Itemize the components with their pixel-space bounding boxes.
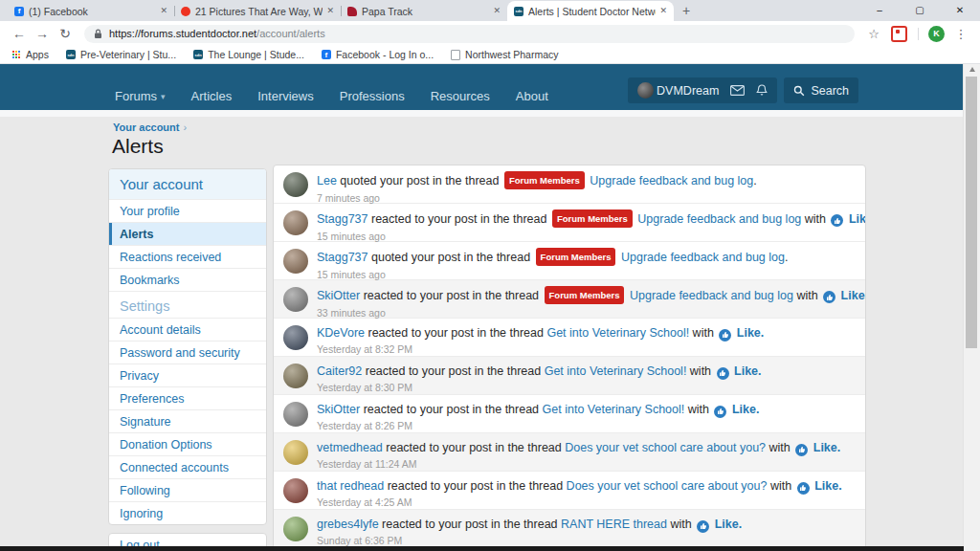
papa-favicon	[347, 7, 357, 16]
close-window-button[interactable]: ✕	[940, 0, 980, 21]
alert-username-link[interactable]: SkiOtter	[317, 289, 360, 302]
alert-username-link[interactable]: Stagg737	[317, 251, 368, 264]
alert-thread-link[interactable]: Get into Veterinary School!	[546, 326, 689, 340]
inbox-icon[interactable]	[730, 85, 745, 96]
alert-username-link[interactable]: Stagg737	[317, 212, 368, 226]
like-label: Like.	[813, 441, 841, 454]
alert-thread-link[interactable]: Does your vet school care about you?	[567, 479, 768, 493]
browser-tab[interactable]: (1) Facebook✕	[8, 1, 174, 21]
sidebar-item-signature[interactable]: Signature	[109, 409, 266, 432]
page-scrollbar[interactable]	[963, 63, 980, 551]
sidebar-item-bookmarks[interactable]: Bookmarks	[109, 268, 266, 291]
bookmark-item[interactable]: Apps	[11, 49, 49, 60]
facebook-icon	[322, 50, 331, 59]
browser-tab[interactable]: 21 Pictures That Are Way, Wayyy✕	[174, 1, 341, 21]
account-menu[interactable]: DVMDream	[637, 82, 719, 99]
alert-row: SkiOtter reacted to your post in the thr…	[274, 280, 865, 319]
reload-button[interactable]: ↻	[54, 26, 77, 41]
address-bar[interactable]: https://forums.studentdoctor.net/account…	[84, 25, 855, 43]
nav-link-forums[interactable]: Forums▾	[115, 89, 166, 103]
browser-profile-avatar[interactable]: K	[928, 26, 945, 42]
nav-link-resources[interactable]: Resources	[431, 89, 490, 103]
bookmark-item[interactable]: The Lounge | Stude...	[193, 49, 304, 60]
alert-username-link[interactable]: vetmedhead	[317, 441, 383, 454]
alert-username-link[interactable]: grebes4lyfe	[317, 518, 379, 531]
alert-thread-link[interactable]: Upgrade feedback and bug log	[630, 289, 793, 302]
like-label: Like.	[715, 518, 743, 531]
bookmark-item[interactable]: Northwest Pharmacy	[451, 49, 558, 60]
alert-thread-link[interactable]: Get into Veterinary School!	[545, 364, 687, 378]
nav-link-interviews[interactable]: Interviews	[257, 89, 314, 103]
alert-username-link[interactable]: Caiter92	[317, 364, 362, 378]
browser-tab[interactable]: Papa Track✕	[341, 1, 507, 21]
browser-menu-icon[interactable]: ⋮	[949, 27, 972, 41]
alert-body: Stagg737 reacted to your post in the thr…	[317, 210, 866, 236]
alert-timestamp: Yesterday at 8:26 PM	[317, 420, 759, 431]
search-label: Search	[811, 84, 849, 98]
back-button[interactable]: ←	[8, 26, 31, 41]
new-tab-button[interactable]: +	[674, 1, 699, 21]
nav-link-about[interactable]: About	[516, 89, 548, 103]
alert-thread-link[interactable]: Get into Veterinary School!	[543, 403, 685, 416]
alert-row: KDeVore reacted to your post in the thre…	[274, 319, 865, 357]
bookmark-item[interactable]: Pre-Veterinary | Stu...	[66, 49, 176, 60]
sidebar-items: Your profileAlertsReactions receivedBook…	[109, 199, 266, 524]
avatar	[283, 364, 308, 388]
alert-thread-link[interactable]: Upgrade feedback and bug log	[637, 212, 801, 226]
bookmark-star-icon[interactable]: ☆	[862, 27, 885, 41]
nav-link-articles[interactable]: Articles	[191, 89, 233, 103]
tab-close-icon[interactable]: ✕	[160, 7, 167, 15]
sidebar-item-preferences[interactable]: Preferences	[109, 386, 266, 409]
site-header: Forums▾ArticlesInterviewsProfessionsReso…	[0, 63, 964, 110]
like-label: Like.	[732, 403, 760, 416]
sidebar-item-alerts[interactable]: Alerts	[109, 222, 266, 245]
search-button[interactable]: Search	[784, 77, 858, 103]
extension-icon[interactable]	[891, 26, 907, 42]
nav-link-professions[interactable]: Professions	[340, 89, 405, 103]
sidebar-item-connected-accounts[interactable]: Connected accounts	[109, 455, 266, 478]
alert-username-link[interactable]: that redhead	[317, 479, 384, 493]
alert-username-link[interactable]: KDeVore	[317, 326, 365, 340]
sidebar-item-following[interactable]: Following	[109, 478, 266, 501]
alert-thread-link[interactable]: RANT HERE thread	[561, 518, 667, 531]
bookmark-item[interactable]: Facebook - Log In o...	[322, 49, 434, 60]
bottom-dark-strip	[0, 546, 964, 551]
tab-close-icon[interactable]: ✕	[493, 7, 501, 15]
sidebar-item-password-and-security[interactable]: Password and security	[109, 341, 266, 364]
page-title: Alerts	[112, 135, 164, 158]
alert-thread-link[interactable]: Upgrade feedback and bug log	[590, 174, 753, 187]
sidebar-item-reactions-received[interactable]: Reactions received	[109, 245, 266, 268]
sidebar-item-ignoring[interactable]: Ignoring	[109, 501, 266, 524]
alert-username-link[interactable]: Lee	[317, 174, 337, 187]
minimize-button[interactable]: –	[859, 0, 900, 21]
site-nav-user-area: DVMDream Search	[628, 77, 858, 103]
forward-button[interactable]: →	[31, 26, 54, 41]
alert-username-link[interactable]: SkiOtter	[317, 403, 360, 416]
avatar	[283, 287, 308, 312]
scrollbar-up-arrow-icon[interactable]	[964, 63, 980, 76]
like-label: Like.	[734, 364, 762, 378]
scrollbar-thumb[interactable]	[966, 77, 977, 348]
bookmark-label: Facebook - Log In o...	[336, 49, 434, 60]
alert-text: grebes4lyfe reacted to your post in the …	[317, 517, 742, 533]
alerts-bell-icon[interactable]	[756, 84, 768, 97]
sidebar-item-privacy[interactable]: Privacy	[109, 364, 266, 386]
breadcrumb[interactable]: Your account›	[113, 121, 187, 133]
alert-thread-link[interactable]: Upgrade feedback and bug log	[621, 251, 785, 264]
alert-body: grebes4lyfe reacted to your post in the …	[317, 517, 742, 542]
sidebar-item-account-details[interactable]: Account details	[109, 318, 266, 341]
breadcrumb-label: Your account	[113, 121, 179, 133]
alert-thread-link[interactable]: Does your vet school care about you?	[565, 441, 766, 454]
sidebar-item-donation-options[interactable]: Donation Options	[109, 432, 266, 455]
sidebar-section-heading: Settings	[109, 291, 266, 318]
alert-body: SkiOtter reacted to your post in the thr…	[317, 287, 866, 313]
avatar	[283, 402, 308, 427]
sidebar-item-your-profile[interactable]: Your profile	[109, 199, 266, 222]
maximize-button[interactable]: ▢	[900, 0, 940, 21]
like-icon	[717, 367, 729, 380]
nav-link-label: Resources	[431, 89, 490, 103]
tab-close-icon[interactable]: ✕	[659, 7, 667, 15]
browser-tab[interactable]: Alerts | Student Doctor Network✕	[507, 1, 674, 21]
avatar	[283, 249, 308, 274]
tab-close-icon[interactable]: ✕	[326, 7, 334, 15]
